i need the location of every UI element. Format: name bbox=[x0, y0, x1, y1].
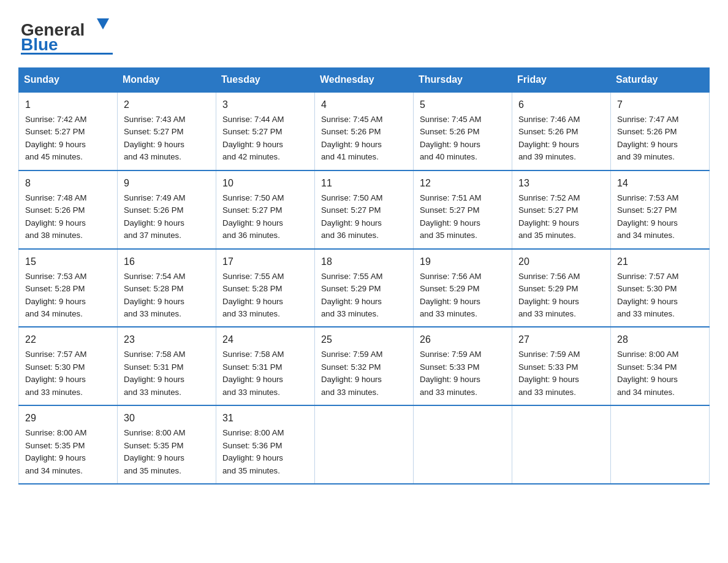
calendar-cell: 28Sunrise: 8:00 AMSunset: 5:34 PMDayligh… bbox=[611, 327, 710, 405]
day-number: 4 bbox=[321, 98, 407, 112]
col-header-tuesday: Tuesday bbox=[216, 68, 315, 93]
day-info: Sunrise: 7:59 AMSunset: 5:32 PMDaylight:… bbox=[321, 350, 382, 396]
calendar-week-row: 15Sunrise: 7:53 AMSunset: 5:28 PMDayligh… bbox=[19, 249, 710, 327]
day-number: 17 bbox=[222, 255, 308, 269]
day-info: Sunrise: 7:53 AMSunset: 5:28 PMDaylight:… bbox=[25, 272, 86, 318]
day-number: 9 bbox=[124, 176, 210, 191]
calendar-cell bbox=[611, 405, 710, 484]
calendar-cell: 17Sunrise: 7:55 AMSunset: 5:28 PMDayligh… bbox=[216, 249, 315, 327]
svg-marker-1 bbox=[97, 18, 109, 29]
day-info: Sunrise: 7:57 AMSunset: 5:30 PMDaylight:… bbox=[617, 272, 678, 318]
day-number: 6 bbox=[518, 98, 604, 112]
day-info: Sunrise: 7:53 AMSunset: 5:27 PMDaylight:… bbox=[617, 193, 678, 240]
calendar-cell: 20Sunrise: 7:56 AMSunset: 5:29 PMDayligh… bbox=[512, 249, 611, 327]
day-info: Sunrise: 7:58 AMSunset: 5:31 PMDaylight:… bbox=[222, 350, 284, 396]
calendar-cell: 26Sunrise: 7:59 AMSunset: 5:33 PMDayligh… bbox=[414, 327, 512, 405]
day-info: Sunrise: 7:55 AMSunset: 5:29 PMDaylight:… bbox=[321, 272, 382, 318]
day-info: Sunrise: 7:55 AMSunset: 5:28 PMDaylight:… bbox=[222, 272, 284, 318]
day-info: Sunrise: 7:48 AMSunset: 5:26 PMDaylight:… bbox=[25, 193, 86, 240]
day-info: Sunrise: 7:42 AMSunset: 5:27 PMDaylight:… bbox=[25, 115, 86, 161]
page-header: General Blue bbox=[18, 12, 710, 55]
day-info: Sunrise: 8:00 AMSunset: 5:36 PMDaylight:… bbox=[222, 428, 284, 475]
day-info: Sunrise: 7:57 AMSunset: 5:30 PMDaylight:… bbox=[25, 350, 86, 396]
day-info: Sunrise: 8:00 AMSunset: 5:34 PMDaylight:… bbox=[617, 350, 678, 396]
calendar-cell: 14Sunrise: 7:53 AMSunset: 5:27 PMDayligh… bbox=[611, 170, 710, 249]
calendar-cell: 10Sunrise: 7:50 AMSunset: 5:27 PMDayligh… bbox=[216, 170, 315, 249]
calendar-cell: 22Sunrise: 7:57 AMSunset: 5:30 PMDayligh… bbox=[19, 327, 118, 405]
day-info: Sunrise: 7:45 AMSunset: 5:26 PMDaylight:… bbox=[321, 115, 382, 161]
calendar-cell: 3Sunrise: 7:44 AMSunset: 5:27 PMDaylight… bbox=[216, 92, 315, 170]
calendar-cell bbox=[315, 405, 414, 484]
day-info: Sunrise: 7:50 AMSunset: 5:27 PMDaylight:… bbox=[321, 193, 382, 240]
day-number: 16 bbox=[124, 255, 210, 269]
col-header-wednesday: Wednesday bbox=[315, 68, 414, 93]
day-number: 22 bbox=[25, 332, 111, 347]
day-number: 25 bbox=[321, 332, 407, 347]
day-info: Sunrise: 8:00 AMSunset: 5:35 PMDaylight:… bbox=[124, 428, 185, 475]
day-number: 2 bbox=[124, 98, 210, 112]
day-number: 3 bbox=[222, 98, 308, 112]
day-info: Sunrise: 7:58 AMSunset: 5:31 PMDaylight:… bbox=[124, 350, 185, 396]
day-info: Sunrise: 7:47 AMSunset: 5:26 PMDaylight:… bbox=[617, 115, 678, 161]
calendar-cell: 24Sunrise: 7:58 AMSunset: 5:31 PMDayligh… bbox=[216, 327, 315, 405]
day-number: 13 bbox=[518, 176, 604, 191]
day-number: 1 bbox=[25, 98, 111, 112]
col-header-monday: Monday bbox=[118, 68, 216, 93]
day-number: 26 bbox=[420, 332, 506, 347]
day-info: Sunrise: 7:59 AMSunset: 5:33 PMDaylight:… bbox=[420, 350, 481, 396]
day-number: 19 bbox=[420, 255, 506, 269]
day-number: 18 bbox=[321, 255, 407, 269]
calendar-cell: 12Sunrise: 7:51 AMSunset: 5:27 PMDayligh… bbox=[414, 170, 512, 249]
calendar-cell: 15Sunrise: 7:53 AMSunset: 5:28 PMDayligh… bbox=[19, 249, 118, 327]
calendar-cell: 30Sunrise: 8:00 AMSunset: 5:35 PMDayligh… bbox=[118, 405, 216, 484]
calendar-cell: 4Sunrise: 7:45 AMSunset: 5:26 PMDaylight… bbox=[315, 92, 414, 170]
day-number: 5 bbox=[420, 98, 506, 112]
svg-text:Blue: Blue bbox=[21, 35, 58, 54]
calendar-cell: 25Sunrise: 7:59 AMSunset: 5:32 PMDayligh… bbox=[315, 327, 414, 405]
calendar-cell: 21Sunrise: 7:57 AMSunset: 5:30 PMDayligh… bbox=[611, 249, 710, 327]
calendar-table: SundayMondayTuesdayWednesdayThursdayFrid… bbox=[18, 67, 710, 484]
day-number: 31 bbox=[222, 411, 308, 426]
day-number: 11 bbox=[321, 176, 407, 191]
day-number: 15 bbox=[25, 255, 111, 269]
day-info: Sunrise: 7:50 AMSunset: 5:27 PMDaylight:… bbox=[222, 193, 284, 240]
calendar-cell: 6Sunrise: 7:46 AMSunset: 5:26 PMDaylight… bbox=[512, 92, 611, 170]
calendar-cell: 8Sunrise: 7:48 AMSunset: 5:26 PMDaylight… bbox=[19, 170, 118, 249]
calendar-cell: 16Sunrise: 7:54 AMSunset: 5:28 PMDayligh… bbox=[118, 249, 216, 327]
calendar-cell: 23Sunrise: 7:58 AMSunset: 5:31 PMDayligh… bbox=[118, 327, 216, 405]
day-number: 14 bbox=[617, 176, 703, 191]
day-number: 30 bbox=[124, 411, 210, 426]
day-info: Sunrise: 8:00 AMSunset: 5:35 PMDaylight:… bbox=[25, 428, 86, 475]
calendar-cell bbox=[414, 405, 512, 484]
col-header-saturday: Saturday bbox=[611, 68, 710, 93]
day-number: 29 bbox=[25, 411, 111, 426]
logo: General Blue bbox=[18, 12, 116, 55]
calendar-cell: 31Sunrise: 8:00 AMSunset: 5:36 PMDayligh… bbox=[216, 405, 315, 484]
day-info: Sunrise: 7:45 AMSunset: 5:26 PMDaylight:… bbox=[420, 115, 481, 161]
day-number: 7 bbox=[617, 98, 703, 112]
calendar-cell: 7Sunrise: 7:47 AMSunset: 5:26 PMDaylight… bbox=[611, 92, 710, 170]
calendar-header-row: SundayMondayTuesdayWednesdayThursdayFrid… bbox=[19, 68, 710, 93]
day-number: 12 bbox=[420, 176, 506, 191]
calendar-cell: 19Sunrise: 7:56 AMSunset: 5:29 PMDayligh… bbox=[414, 249, 512, 327]
col-header-sunday: Sunday bbox=[19, 68, 118, 93]
day-info: Sunrise: 7:52 AMSunset: 5:27 PMDaylight:… bbox=[518, 193, 580, 240]
day-number: 10 bbox=[222, 176, 308, 191]
day-info: Sunrise: 7:44 AMSunset: 5:27 PMDaylight:… bbox=[222, 115, 284, 161]
day-info: Sunrise: 7:56 AMSunset: 5:29 PMDaylight:… bbox=[518, 272, 580, 318]
day-number: 20 bbox=[518, 255, 604, 269]
day-number: 23 bbox=[124, 332, 210, 347]
calendar-cell: 27Sunrise: 7:59 AMSunset: 5:33 PMDayligh… bbox=[512, 327, 611, 405]
calendar-week-row: 1Sunrise: 7:42 AMSunset: 5:27 PMDaylight… bbox=[19, 92, 710, 170]
day-info: Sunrise: 7:49 AMSunset: 5:26 PMDaylight:… bbox=[124, 193, 185, 240]
day-info: Sunrise: 7:43 AMSunset: 5:27 PMDaylight:… bbox=[124, 115, 185, 161]
svg-rect-3 bbox=[21, 53, 113, 55]
calendar-cell: 5Sunrise: 7:45 AMSunset: 5:26 PMDaylight… bbox=[414, 92, 512, 170]
calendar-week-row: 22Sunrise: 7:57 AMSunset: 5:30 PMDayligh… bbox=[19, 327, 710, 405]
col-header-thursday: Thursday bbox=[414, 68, 512, 93]
calendar-cell: 13Sunrise: 7:52 AMSunset: 5:27 PMDayligh… bbox=[512, 170, 611, 249]
day-number: 27 bbox=[518, 332, 604, 347]
day-info: Sunrise: 7:51 AMSunset: 5:27 PMDaylight:… bbox=[420, 193, 481, 240]
day-info: Sunrise: 7:46 AMSunset: 5:26 PMDaylight:… bbox=[518, 115, 580, 161]
calendar-cell bbox=[512, 405, 611, 484]
